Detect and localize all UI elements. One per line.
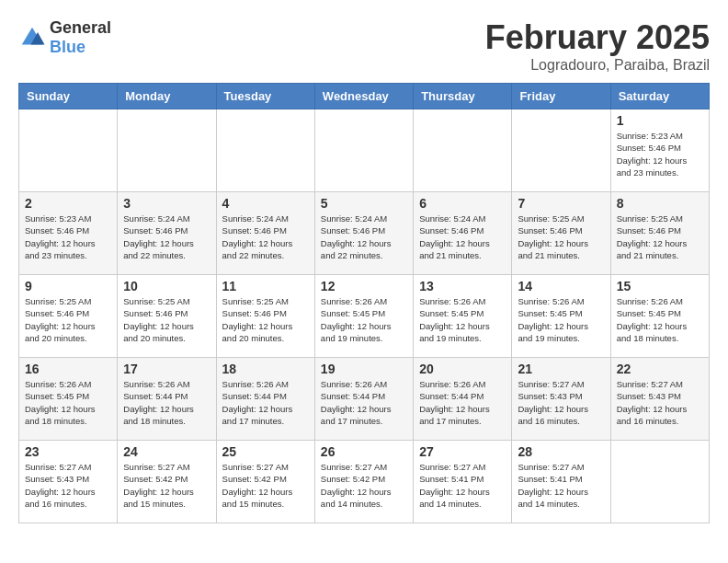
day-number: 14 [518, 279, 604, 293]
day-info: Sunrise: 5:26 AM Sunset: 5:45 PM Dayligh… [419, 295, 506, 344]
calendar-cell: 25Sunrise: 5:27 AM Sunset: 5:42 PM Dayli… [216, 441, 314, 523]
calendar-day-header: Tuesday [216, 84, 314, 109]
day-number: 20 [419, 362, 506, 376]
calendar-day-header: Thursday [414, 84, 512, 109]
calendar-cell: 8Sunrise: 5:25 AM Sunset: 5:46 PM Daylig… [610, 192, 709, 275]
day-info: Sunrise: 5:24 AM Sunset: 5:46 PM Dayligh… [419, 213, 506, 261]
calendar-table: SundayMondayTuesdayWednesdayThursdayFrid… [18, 83, 710, 523]
day-info: Sunrise: 5:26 AM Sunset: 5:44 PM Dayligh… [222, 378, 309, 427]
calendar-cell: 16Sunrise: 5:26 AM Sunset: 5:45 PM Dayli… [19, 358, 118, 441]
day-info: Sunrise: 5:27 AM Sunset: 5:43 PM Dayligh… [617, 378, 703, 427]
calendar-cell: 28Sunrise: 5:27 AM Sunset: 5:41 PM Dayli… [512, 441, 610, 523]
day-number: 4 [222, 196, 309, 211]
calendar-cell: 9Sunrise: 5:25 AM Sunset: 5:46 PM Daylig… [19, 275, 118, 358]
logo-blue-text: Blue [50, 38, 85, 56]
calendar-cell: 18Sunrise: 5:26 AM Sunset: 5:44 PM Dayli… [216, 358, 314, 441]
calendar-cell: 11Sunrise: 5:25 AM Sunset: 5:46 PM Dayli… [216, 275, 314, 358]
day-number: 24 [123, 444, 210, 459]
calendar-day-header: Monday [118, 84, 216, 109]
calendar-day-header: Sunday [19, 84, 118, 109]
day-info: Sunrise: 5:27 AM Sunset: 5:42 PM Dayligh… [123, 461, 210, 510]
calendar-cell: 14Sunrise: 5:26 AM Sunset: 5:45 PM Dayli… [512, 275, 610, 358]
calendar-cell [610, 441, 709, 523]
day-number: 12 [321, 279, 407, 293]
day-number: 6 [419, 196, 506, 211]
title-area: February 2025 Logradouro, Paraiba, Brazi… [485, 18, 710, 74]
day-info: Sunrise: 5:25 AM Sunset: 5:46 PM Dayligh… [518, 213, 604, 261]
day-number: 13 [419, 279, 506, 293]
day-info: Sunrise: 5:26 AM Sunset: 5:44 PM Dayligh… [419, 378, 506, 427]
calendar-cell: 13Sunrise: 5:26 AM Sunset: 5:45 PM Dayli… [414, 275, 512, 358]
calendar-cell [414, 109, 512, 192]
calendar-cell: 2Sunrise: 5:23 AM Sunset: 5:46 PM Daylig… [19, 192, 118, 275]
day-number: 1 [617, 113, 703, 128]
calendar-header-row: SundayMondayTuesdayWednesdayThursdayFrid… [19, 84, 710, 109]
day-number: 15 [617, 279, 703, 293]
calendar-cell: 1Sunrise: 5:23 AM Sunset: 5:46 PM Daylig… [610, 109, 709, 192]
logo-general-text: General [50, 18, 111, 37]
calendar-body: 1Sunrise: 5:23 AM Sunset: 5:46 PM Daylig… [19, 109, 710, 523]
day-info: Sunrise: 5:26 AM Sunset: 5:45 PM Dayligh… [25, 378, 111, 427]
day-info: Sunrise: 5:26 AM Sunset: 5:45 PM Dayligh… [518, 295, 604, 344]
day-number: 23 [25, 444, 111, 459]
calendar-cell [512, 109, 610, 192]
calendar-cell: 27Sunrise: 5:27 AM Sunset: 5:41 PM Dayli… [414, 441, 512, 523]
day-number: 26 [321, 444, 407, 459]
calendar-cell: 7Sunrise: 5:25 AM Sunset: 5:46 PM Daylig… [512, 192, 610, 275]
calendar-week-row: 16Sunrise: 5:26 AM Sunset: 5:45 PM Dayli… [19, 358, 710, 441]
calendar-cell: 23Sunrise: 5:27 AM Sunset: 5:43 PM Dayli… [19, 441, 118, 523]
day-number: 27 [419, 444, 506, 459]
day-info: Sunrise: 5:24 AM Sunset: 5:46 PM Dayligh… [222, 213, 309, 261]
calendar-cell [118, 109, 216, 192]
day-info: Sunrise: 5:25 AM Sunset: 5:46 PM Dayligh… [123, 295, 210, 344]
calendar-cell: 3Sunrise: 5:24 AM Sunset: 5:46 PM Daylig… [118, 192, 216, 275]
day-info: Sunrise: 5:25 AM Sunset: 5:46 PM Dayligh… [25, 295, 111, 344]
day-number: 3 [123, 196, 210, 211]
page-header: General Blue February 2025 Logradouro, P… [18, 18, 710, 74]
day-number: 21 [518, 362, 604, 376]
day-info: Sunrise: 5:26 AM Sunset: 5:44 PM Dayligh… [123, 378, 210, 427]
day-info: Sunrise: 5:27 AM Sunset: 5:43 PM Dayligh… [25, 461, 111, 510]
day-info: Sunrise: 5:24 AM Sunset: 5:46 PM Dayligh… [123, 213, 210, 261]
day-number: 18 [222, 362, 309, 376]
day-number: 7 [518, 196, 604, 211]
day-info: Sunrise: 5:27 AM Sunset: 5:41 PM Dayligh… [518, 461, 604, 510]
day-info: Sunrise: 5:27 AM Sunset: 5:41 PM Dayligh… [419, 461, 506, 510]
calendar-cell: 12Sunrise: 5:26 AM Sunset: 5:45 PM Dayli… [314, 275, 413, 358]
calendar-cell: 17Sunrise: 5:26 AM Sunset: 5:44 PM Dayli… [118, 358, 216, 441]
calendar-cell [19, 109, 118, 192]
calendar-cell: 20Sunrise: 5:26 AM Sunset: 5:44 PM Dayli… [414, 358, 512, 441]
calendar-day-header: Friday [512, 84, 610, 109]
day-info: Sunrise: 5:26 AM Sunset: 5:45 PM Dayligh… [321, 295, 407, 344]
calendar-cell: 19Sunrise: 5:26 AM Sunset: 5:44 PM Dayli… [314, 358, 413, 441]
day-number: 2 [25, 196, 111, 211]
day-number: 17 [123, 362, 210, 376]
day-info: Sunrise: 5:23 AM Sunset: 5:46 PM Dayligh… [617, 130, 703, 178]
calendar-cell: 24Sunrise: 5:27 AM Sunset: 5:42 PM Dayli… [118, 441, 216, 523]
day-number: 16 [25, 362, 111, 376]
calendar-cell: 5Sunrise: 5:24 AM Sunset: 5:46 PM Daylig… [314, 192, 413, 275]
location-title: Logradouro, Paraiba, Brazil [485, 57, 710, 74]
calendar-cell: 15Sunrise: 5:26 AM Sunset: 5:45 PM Dayli… [610, 275, 709, 358]
calendar-cell: 26Sunrise: 5:27 AM Sunset: 5:42 PM Dayli… [314, 441, 413, 523]
calendar-cell: 6Sunrise: 5:24 AM Sunset: 5:46 PM Daylig… [414, 192, 512, 275]
month-title: February 2025 [485, 18, 710, 57]
day-number: 22 [617, 362, 703, 376]
logo-icon [18, 24, 46, 52]
day-info: Sunrise: 5:25 AM Sunset: 5:46 PM Dayligh… [222, 295, 309, 344]
day-info: Sunrise: 5:27 AM Sunset: 5:42 PM Dayligh… [321, 461, 407, 510]
day-number: 5 [321, 196, 407, 211]
calendar-day-header: Wednesday [314, 84, 413, 109]
day-info: Sunrise: 5:26 AM Sunset: 5:45 PM Dayligh… [617, 295, 703, 344]
calendar-cell: 10Sunrise: 5:25 AM Sunset: 5:46 PM Dayli… [118, 275, 216, 358]
calendar-week-row: 1Sunrise: 5:23 AM Sunset: 5:46 PM Daylig… [19, 109, 710, 192]
calendar-day-header: Saturday [610, 84, 709, 109]
logo: General Blue [18, 18, 111, 57]
calendar-week-row: 9Sunrise: 5:25 AM Sunset: 5:46 PM Daylig… [19, 275, 710, 358]
day-info: Sunrise: 5:25 AM Sunset: 5:46 PM Dayligh… [617, 213, 703, 261]
calendar-cell [216, 109, 314, 192]
day-number: 10 [123, 279, 210, 293]
day-info: Sunrise: 5:27 AM Sunset: 5:43 PM Dayligh… [518, 378, 604, 427]
calendar-cell: 22Sunrise: 5:27 AM Sunset: 5:43 PM Dayli… [610, 358, 709, 441]
day-number: 28 [518, 444, 604, 459]
